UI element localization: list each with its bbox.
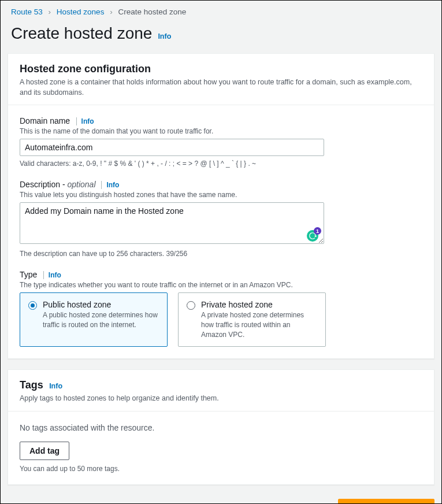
type-label: Type <box>20 270 37 279</box>
breadcrumb-hosted-zones[interactable]: Hosted zones <box>57 8 105 16</box>
domain-name-hint: Valid characters: a-z, 0-9, ! " # $ % & … <box>20 160 422 168</box>
radio-dot-icon <box>28 301 37 310</box>
config-card-body: Domain name Info This is the name of the… <box>8 105 434 358</box>
breadcrumb-current: Create hosted zone <box>118 8 186 16</box>
tags-card-body: No tags associated with the resource. Ad… <box>8 412 434 484</box>
page-title: Create hosted zone <box>11 24 152 43</box>
breadcrumb: Route 53 › Hosted zones › Create hosted … <box>1 1 441 16</box>
config-description: A hosted zone is a container that holds … <box>20 77 422 98</box>
chevron-right-icon: › <box>110 8 113 16</box>
chevron-right-icon: › <box>49 8 51 16</box>
description-counter: The description can have up to 256 chara… <box>20 250 422 258</box>
type-help: The type indicates whether you want to r… <box>20 281 422 289</box>
domain-name-info-link[interactable]: Info <box>76 117 94 125</box>
breadcrumb-route53[interactable]: Route 53 <box>11 8 43 16</box>
tags-title: Tags <box>20 379 43 391</box>
tags-info-link[interactable]: Info <box>49 382 62 390</box>
radio-public-sub: A public hosted zone determines how traf… <box>43 310 159 330</box>
description-textarea[interactable] <box>20 202 324 244</box>
tags-card: Tags Info Apply tags to hosted zones to … <box>8 369 434 485</box>
grammarly-icon[interactable]: 1 <box>307 230 318 242</box>
config-card: Hosted zone configuration A hosted zone … <box>8 53 434 359</box>
radio-public-title: Public hosted zone <box>43 300 159 309</box>
type-info-link[interactable]: Info <box>43 271 61 279</box>
description-field: Description - optional Info This value l… <box>20 179 422 258</box>
footer-actions: Cancel Create hosted zone <box>1 495 441 504</box>
create-hosted-zone-button[interactable]: Create hosted zone <box>338 499 434 504</box>
domain-name-input[interactable] <box>20 139 324 156</box>
description-help: This value lets you distinguish hosted z… <box>20 191 422 199</box>
type-radio-row: Public hosted zone A public hosted zone … <box>20 292 422 347</box>
page-title-row: Create hosted zone Info <box>1 16 441 53</box>
domain-name-field: Domain name Info This is the name of the… <box>20 116 422 168</box>
radio-public-hosted-zone[interactable]: Public hosted zone A public hosted zone … <box>20 292 168 347</box>
tags-empty: No tags associated with the resource. <box>20 422 422 442</box>
radio-dot-icon <box>187 301 195 310</box>
radio-private-title: Private hosted zone <box>201 300 317 309</box>
config-title: Hosted zone configuration <box>20 63 422 75</box>
grammarly-count: 1 <box>314 227 321 235</box>
cancel-button[interactable]: Cancel <box>289 499 330 504</box>
tags-card-header: Tags Info Apply tags to hosted zones to … <box>8 370 434 412</box>
page-info-link[interactable]: Info <box>158 32 171 40</box>
description-label: Description - optional <box>20 180 98 189</box>
radio-private-sub: A private hosted zone determines how tra… <box>201 310 317 339</box>
tags-limit: You can add up to 50 more tags. <box>20 465 422 473</box>
description-label-optional: optional <box>67 180 95 189</box>
config-card-header: Hosted zone configuration A hosted zone … <box>8 54 434 105</box>
add-tag-button[interactable]: Add tag <box>20 442 69 460</box>
domain-name-label: Domain name <box>20 116 70 125</box>
tags-sub: Apply tags to hosted zones to help organ… <box>20 394 422 404</box>
domain-name-help: This is the name of the domain that you … <box>20 127 422 135</box>
description-label-prefix: Description - <box>20 180 67 189</box>
type-field: Type Info The type indicates whether you… <box>20 269 422 347</box>
radio-private-hosted-zone[interactable]: Private hosted zone A private hosted zon… <box>178 292 326 347</box>
description-info-link[interactable]: Info <box>101 181 119 189</box>
